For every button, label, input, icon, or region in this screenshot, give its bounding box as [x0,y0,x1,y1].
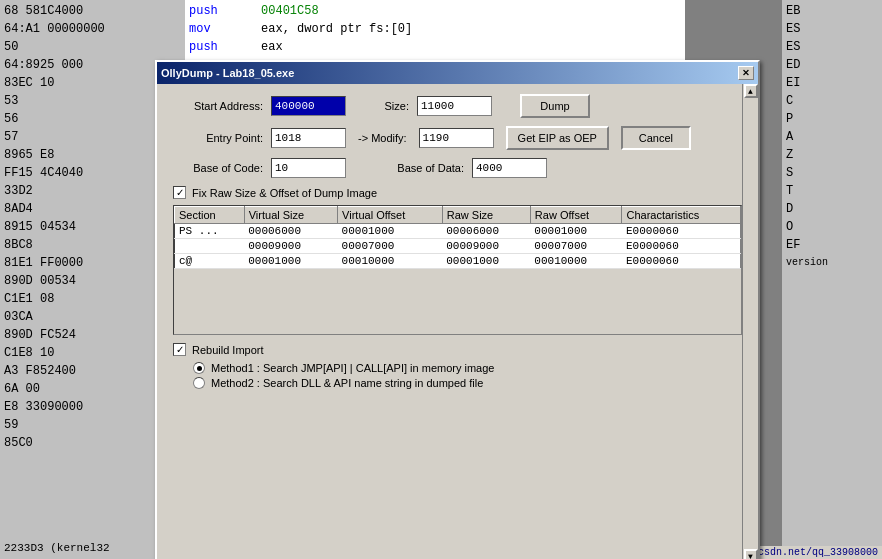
method1-row: Method1 : Search JMP[API] | CALL[API] in… [193,362,742,374]
flag-ei: EI [786,74,878,92]
cell-section: PS ... [175,224,245,239]
cell-rsize: 00001000 [442,254,530,269]
cell-roffset: 00001000 [530,224,622,239]
cell-voffset: 00010000 [338,254,443,269]
asm-mnem: mov [189,22,211,36]
col-virtual-offset: Virtual Offset [338,207,443,224]
flag-ef: EF [786,236,878,254]
size-input[interactable] [417,96,492,116]
flag-s: S [786,164,878,182]
asm-instruction: push 00401C58 [189,2,681,20]
method1-radio-dot [197,366,202,371]
cell-rsize: 00009000 [442,239,530,254]
status-text: 2233D3 (kernel32 [4,539,110,557]
rebuild-import-row: ✓ Rebuild Import [173,343,742,356]
method2-radio[interactable] [193,377,205,389]
dump-button[interactable]: Dump [520,94,590,118]
base-of-code-input[interactable] [271,158,346,178]
col-raw-offset: Raw Offset [530,207,622,224]
modify-arrow-label: -> Modify: [358,132,407,144]
cell-section: c@ [175,254,245,269]
col-raw-size: Raw Size [442,207,530,224]
asm-operand: 00401C58 [261,4,319,18]
col-virtual-size: Virtual Size [244,207,337,224]
asm-line: 50 [4,38,181,56]
cell-vsize: 00006000 [244,224,337,239]
col-section: Section [175,207,245,224]
table-row[interactable]: PS ... 00006000 00001000 00006000 000010… [175,224,741,239]
cell-section [175,239,245,254]
cell-voffset: 00007000 [338,239,443,254]
section-table: Section Virtual Size Virtual Offset Raw … [174,206,741,269]
asm-instruction: push eax [189,38,681,56]
cell-roffset: 00007000 [530,239,622,254]
cell-vsize: 00009000 [244,239,337,254]
assembly-right-panel: EB ES ES ED EI C P A Z S T D O EF versio… [782,0,882,559]
flag-d: D [786,200,878,218]
modify-input[interactable] [419,128,494,148]
flag-version: version [786,254,878,272]
close-button[interactable]: ✕ [738,66,754,80]
entry-point-input[interactable] [271,128,346,148]
rebuild-import-label: Rebuild Import [192,344,264,356]
flag-c: C [786,92,878,110]
cell-rsize: 00006000 [442,224,530,239]
dialog-body: Start Address: Size: Dump Entry Point: -… [157,84,758,402]
method2-row: Method2 : Search DLL & API name string i… [193,377,742,389]
entry-point-label: Entry Point: [173,132,263,144]
cell-char: E0000060 [622,254,741,269]
cancel-button[interactable]: Cancel [621,126,691,150]
flag-es2: ES [786,38,878,56]
cell-voffset: 00001000 [338,224,443,239]
base-of-data-label: Base of Data: [374,162,464,174]
base-of-data-input[interactable] [472,158,547,178]
method2-label: Method2 : Search DLL & API name string i… [211,377,483,389]
cell-char: E0000060 [622,224,741,239]
flag-es: ES [786,20,878,38]
rebuild-import-checkbox[interactable]: ✓ [173,343,186,356]
cell-roffset: 00010000 [530,254,622,269]
scroll-down-button[interactable]: ▼ [744,549,758,559]
cell-char: E0000060 [622,239,741,254]
flag-z: Z [786,146,878,164]
section-table-container[interactable]: Section Virtual Size Virtual Offset Raw … [173,205,742,335]
size-label: Size: [374,100,409,112]
asm-line: 68 581C4000 [4,2,181,20]
entry-point-row: Entry Point: -> Modify: Get EIP as OEP C… [173,126,742,150]
asm-instruction: mov eax, dword ptr fs:[0] [189,20,681,38]
flag-a: A [786,128,878,146]
asm-mnem: push [189,40,218,54]
start-address-row: Start Address: Size: Dump [173,94,742,118]
table-row[interactable]: c@ 00001000 00010000 00001000 00010000 E… [175,254,741,269]
asm-operand: eax [261,40,283,54]
table-row[interactable]: 00009000 00007000 00009000 00007000 E000… [175,239,741,254]
asm-line: 64:A1 00000000 [4,20,181,38]
title-bar-buttons: ✕ [738,66,754,80]
flag-t: T [786,182,878,200]
asm-operand: eax, dword ptr fs:[0] [261,22,412,36]
fix-raw-size-checkbox[interactable]: ✓ [173,186,186,199]
dialog-title: OllyDump - Lab18_05.exe [161,67,294,79]
flag-p: P [786,110,878,128]
start-address-input[interactable] [271,96,346,116]
start-address-label: Start Address: [173,100,263,112]
fix-raw-size-row: ✓ Fix Raw Size & Offset of Dump Image [173,186,742,199]
scroll-up-button[interactable]: ▲ [744,84,758,98]
method1-label: Method1 : Search JMP[API] | CALL[API] in… [211,362,494,374]
flag-ed: ED [786,56,878,74]
asm-mnem: push [189,4,218,18]
cell-vsize: 00001000 [244,254,337,269]
flag-eb: EB [786,2,878,20]
col-characteristics: Charactaristics [622,207,741,224]
flag-o: O [786,218,878,236]
base-of-code-row: Base of Code: Base of Data: [173,158,742,178]
base-of-code-label: Base of Code: [173,162,263,174]
dialog-scrollbar[interactable]: ▲ ▼ [742,84,758,559]
get-eip-button[interactable]: Get EIP as OEP [506,126,609,150]
dialog-title-bar: OllyDump - Lab18_05.exe ✕ [157,62,758,84]
method1-radio[interactable] [193,362,205,374]
ollydump-dialog: OllyDump - Lab18_05.exe ✕ Start Address:… [155,60,760,559]
fix-raw-size-label: Fix Raw Size & Offset of Dump Image [192,187,377,199]
